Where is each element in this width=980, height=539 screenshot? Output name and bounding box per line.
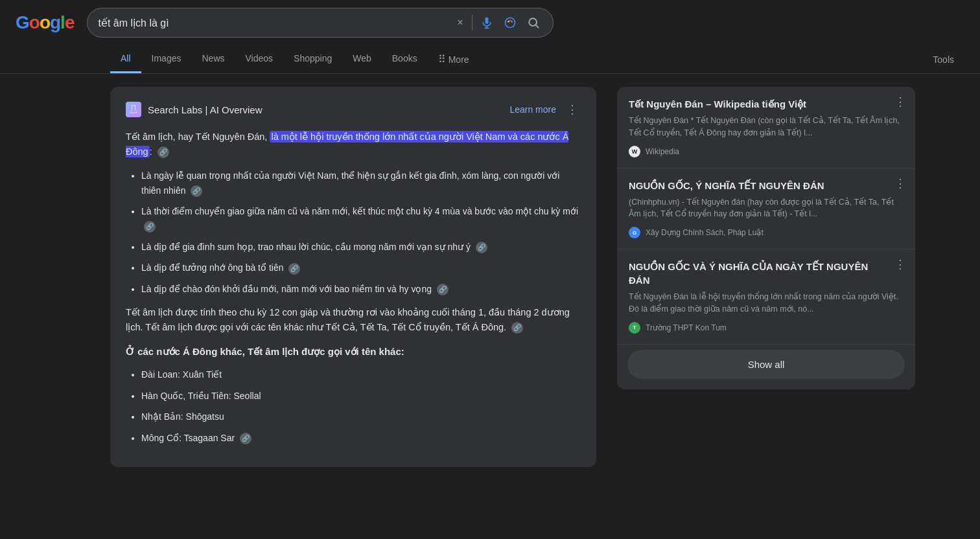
source-more-button-3[interactable]: ⋮ (894, 258, 906, 270)
clear-button[interactable]: × (453, 16, 467, 30)
ai-paragraph-1: Tết âm lịch được tính theo chu kỳ 12 con… (126, 305, 581, 335)
bullet-3: Là dịp để gia đình sum họp, trao nhau lờ… (141, 240, 581, 254)
svg-point-6 (511, 21, 513, 23)
source-item-1: Tết Nguyên Đán – Wikipedia tiếng Việt Tế… (617, 87, 915, 168)
source-domain-1: Wikipedia (646, 147, 679, 156)
source-more-button-1[interactable]: ⋮ (894, 96, 906, 108)
link-icon-2[interactable]: 🔗 (144, 221, 156, 233)
country-1: Đài Loan: Xuân Tiết (141, 367, 581, 382)
svg-point-5 (508, 21, 510, 23)
flask-icon (128, 104, 139, 115)
more-dots-icon: ⠿ (438, 53, 446, 65)
bullet-5: Là dịp để chào đón khởi đầu mới, năm mới… (141, 282, 581, 296)
lens-button[interactable] (501, 14, 519, 32)
source-domain-3: Trường THPT Kon Tum (646, 323, 727, 332)
link-icon-intro[interactable]: 🔗 (158, 146, 169, 158)
country-4: Mông Cổ: Tsagaan Sar 🔗 (141, 431, 581, 445)
link-icon-1[interactable]: 🔗 (191, 185, 202, 197)
tab-web[interactable]: Web (342, 45, 382, 73)
voice-search-button[interactable] (478, 14, 496, 32)
lens-icon (504, 16, 517, 29)
link-icon-para[interactable]: 🔗 (511, 322, 523, 334)
source-footer-1: W Wikipedia (629, 146, 904, 157)
bullet-1: Là ngày lễ quan trọng nhất của người Việ… (141, 168, 581, 198)
bullet-4: Là dịp để tưởng nhớ ông bà tổ tiên 🔗 (141, 260, 581, 275)
svg-point-4 (506, 18, 515, 28)
source-footer-3: T Trường THPT Kon Tum (629, 322, 904, 334)
ai-badge-text: Search Labs | AI Overview (148, 104, 262, 115)
intro-before: Tết âm lịch, hay Tết Nguyên Đán, (126, 132, 270, 142)
tab-news[interactable]: News (191, 45, 235, 73)
search-icon (527, 16, 540, 29)
search-button[interactable] (524, 14, 542, 32)
ai-overview-title: Search Labs | AI Overview (126, 102, 262, 117)
source-favicon-3: T (629, 322, 640, 334)
source-title-1: Tết Nguyên Đán – Wikipedia tiếng Việt (629, 97, 904, 111)
country-3: Nhật Bản: Shōgatsu (141, 409, 581, 424)
tab-all[interactable]: All (110, 45, 141, 73)
link-icon-5[interactable]: 🔗 (437, 284, 449, 295)
search-divider (472, 15, 472, 30)
show-all-button[interactable]: Show all (627, 350, 905, 379)
tab-videos[interactable]: Videos (235, 45, 284, 73)
main-content: Search Labs | AI Overview Learn more ⋮ T… (0, 74, 980, 480)
intro-after: : (150, 146, 152, 157)
ai-subheading: Ở các nước Á Đông khác, Tết âm lịch được… (126, 344, 581, 360)
other-countries-list: Đài Loan: Xuân Tiết Hàn Quốc, Triều Tiên… (126, 367, 581, 445)
header: Google × (0, 0, 980, 45)
ai-bullets-list: Là ngày lễ quan trọng nhất của người Việ… (126, 168, 581, 296)
learn-more-link[interactable]: Learn more (509, 104, 556, 115)
ai-overview-actions: Learn more ⋮ (509, 100, 581, 119)
source-card: Tết Nguyên Đán – Wikipedia tiếng Việt Tế… (617, 87, 915, 389)
svg-line-8 (536, 25, 539, 28)
svg-rect-0 (485, 17, 489, 24)
link-icon-mongolia[interactable]: 🔗 (240, 433, 251, 444)
tab-tools[interactable]: Tools (922, 47, 964, 73)
right-panel: Tết Nguyên Đán – Wikipedia tiếng Việt Tế… (617, 87, 915, 467)
search-bar-wrapper: × (87, 8, 554, 38)
source-snippet-2: (Chinhphu.vn) - Tết Nguyên đán (hay còn … (629, 196, 904, 221)
source-more-button-2[interactable]: ⋮ (894, 178, 906, 189)
source-domain-2: Xây Dựng Chính Sách, Pháp Luật (646, 228, 764, 237)
link-icon-3[interactable]: 🔗 (476, 242, 487, 253)
source-item-3: NGUỒN GỐC VÀ Ý NGHĨA CỦA NGÀY TẾT NGUYÊN… (617, 249, 915, 345)
tab-shopping[interactable]: Shopping (283, 45, 342, 73)
source-snippet-1: Tết Nguyên Đán * Tết Nguyên Đán (còn gọi… (629, 115, 904, 139)
source-title-2: NGUỒN GỐC, Ý NGHĨA TẾT NGUYÊN ĐÁN (629, 179, 904, 192)
tab-images[interactable]: Images (141, 45, 192, 73)
mic-icon (480, 16, 493, 29)
tab-more[interactable]: ⠿ More (428, 45, 480, 73)
search-bar: × (87, 8, 554, 38)
ai-overview-header: Search Labs | AI Overview Learn more ⋮ (126, 100, 581, 119)
search-input[interactable] (98, 17, 448, 29)
ai-overview-box: Search Labs | AI Overview Learn more ⋮ T… (110, 87, 596, 467)
google-logo: Google (16, 12, 74, 33)
link-icon-4[interactable]: 🔗 (288, 263, 300, 275)
nav-tabs: All Images News Videos Shopping Web Book… (0, 45, 980, 74)
left-panel: Search Labs | AI Overview Learn more ⋮ T… (110, 87, 596, 467)
ai-intro: Tết âm lịch, hay Tết Nguyên Đán, là một … (126, 130, 581, 159)
bullet-2: Là thời điểm chuyển giao giữa năm cũ và … (141, 204, 581, 233)
ai-content: Tết âm lịch, hay Tết Nguyên Đán, là một … (126, 130, 581, 445)
source-snippet-3: Tết Nguyên Đán là lễ hội truyền thống lớ… (629, 291, 904, 315)
source-footer-2: G Xây Dựng Chính Sách, Pháp Luật (629, 227, 904, 238)
ai-icon (126, 102, 141, 117)
ai-more-button[interactable]: ⋮ (564, 100, 581, 119)
source-item-2: NGUỒN GỐC, Ý NGHĨA TẾT NGUYÊN ĐÁN (Chinh… (617, 168, 915, 250)
source-title-3: NGUỒN GỐC VÀ Ý NGHĨA CỦA NGÀY TẾT NGUYÊN… (629, 260, 904, 287)
country-2: Hàn Quốc, Triều Tiên: Seollal (141, 389, 581, 403)
source-favicon-1: W (629, 146, 640, 157)
tab-books[interactable]: Books (382, 45, 428, 73)
source-favicon-2: G (629, 227, 640, 238)
